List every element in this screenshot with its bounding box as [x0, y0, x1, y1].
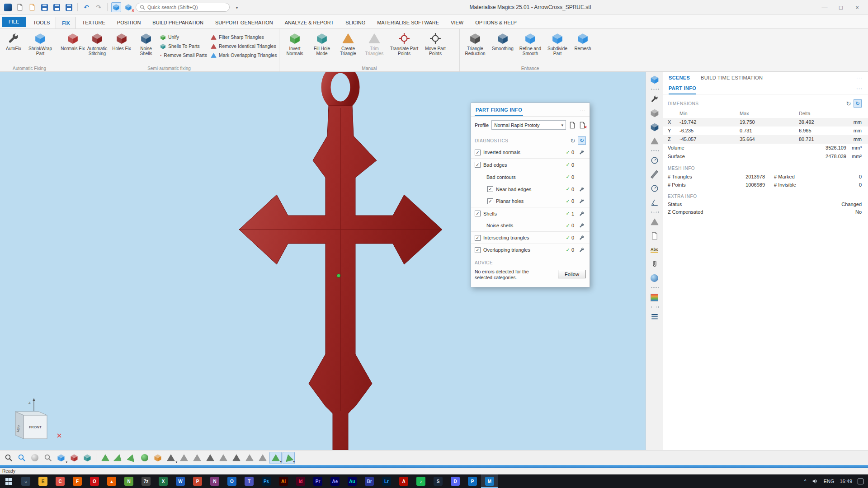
unmark-triangle-icon[interactable] [178, 452, 190, 464]
taskbar-app-steam[interactable]: S [429, 474, 447, 488]
quick-search-box[interactable] [136, 3, 230, 12]
normals-fix-button[interactable]: Normals Fix [61, 30, 85, 63]
language-indicator[interactable]: ENG [824, 479, 835, 484]
attachment-clip-icon[interactable] [649, 258, 660, 269]
remove-small-parts-button[interactable]: Remove Small Parts [158, 51, 209, 59]
tab-analyze-report[interactable]: ANALYZE & REPORT [279, 17, 340, 28]
taskbar-app-after-effects[interactable]: Ae [326, 474, 344, 488]
invert-normals-button[interactable]: Invert Normals [281, 30, 309, 63]
mark-triangle-icon[interactable] [99, 452, 111, 464]
smoothing-button[interactable]: Smoothing [489, 30, 516, 63]
mark-cusps-active-icon[interactable]: ▾ [283, 452, 295, 464]
tab-slicing[interactable]: SLICING [340, 17, 371, 28]
toolbox-wrench-icon[interactable] [649, 94, 660, 104]
shrinkwrap-part-button[interactable]: ShrinkWrap Part [26, 30, 55, 63]
taskbar-app-acrobat[interactable]: A [395, 474, 412, 488]
report-page-icon[interactable] [649, 230, 660, 241]
undo-button[interactable]: ↶ [81, 2, 91, 12]
tab-part-info[interactable]: PART INFO [669, 83, 696, 94]
taskbar-app-file-explorer[interactable]: E [34, 474, 52, 488]
new-project-icon[interactable] [15, 2, 25, 12]
fix-wrench-button[interactable] [578, 223, 586, 228]
unify-button[interactable]: Unify [158, 33, 209, 41]
close-button[interactable]: × [849, 1, 865, 13]
minimize-button[interactable]: — [816, 1, 833, 13]
mark-overlapping-triangles-button[interactable]: Mark Overlapping Triangles [209, 51, 280, 59]
remove-identical-triangles-button[interactable]: Remove Identical Triangles [209, 42, 280, 50]
mark-surface-icon[interactable] [125, 452, 137, 464]
maximize-button[interactable]: □ [833, 1, 849, 13]
save-profile-icon[interactable] [569, 122, 576, 129]
taskbar-app-chrome[interactable]: C [52, 474, 69, 488]
taskbar-app-7zip[interactable]: 7z [137, 474, 155, 488]
customize-quick-access-button[interactable]: ▾ [232, 2, 242, 12]
measure-angle-icon[interactable] [649, 197, 660, 208]
mark-rect-plus-icon[interactable] [191, 452, 203, 464]
checkbox[interactable]: ✓ [475, 150, 481, 155]
mark-rect-minus-icon[interactable] [204, 452, 216, 464]
taskbar-app-teams[interactable]: T [241, 474, 258, 488]
open-project-icon[interactable] [27, 2, 37, 12]
holes-fix-button[interactable]: Holes Fix [109, 30, 134, 63]
fill-hole-mode-button[interactable]: Fill Hole Mode [309, 30, 335, 63]
taskbar-app-magics[interactable]: M [481, 474, 498, 488]
start-button[interactable] [0, 474, 17, 488]
auto-refresh-dimensions-toggle[interactable]: ↻ [854, 99, 862, 108]
refine-and-smooth-button[interactable]: Refine and Smooth [516, 30, 544, 63]
annotate-abc-icon[interactable]: Abc [649, 244, 660, 255]
mark-plane-icon[interactable] [112, 452, 124, 464]
save-all-icon[interactable] [64, 2, 74, 12]
panel-menu-button[interactable]: ··· [580, 107, 586, 113]
view-iso-icon[interactable] [81, 452, 93, 464]
save-icon[interactable] [39, 2, 49, 12]
subdivide-part-button[interactable]: Subdivide Part [544, 30, 571, 63]
support-pyramid-icon[interactable] [649, 136, 660, 146]
orbit-ball-icon[interactable] [28, 452, 41, 464]
orientation-indicator[interactable]: FRONT LEFT Z [15, 398, 61, 439]
tab-fix[interactable]: FIX [56, 17, 76, 28]
filter-sharp-triangles-button[interactable]: Filter Sharp Triangles [209, 33, 280, 41]
taskbar-app-firefox[interactable]: F [69, 474, 86, 488]
view-front-icon[interactable] [68, 452, 80, 464]
report-polygon-icon[interactable] [649, 216, 660, 227]
checkbox[interactable]: ✓ [475, 211, 481, 216]
tab-support-generation[interactable]: SUPPORT GENERATION [209, 17, 279, 28]
taskbar-app-photoshop[interactable]: Ps [258, 474, 275, 488]
remesh-button[interactable]: Remesh [571, 30, 595, 63]
taskbar-app-onenote[interactable]: N [206, 474, 223, 488]
magics-logo-icon[interactable] [3, 2, 13, 12]
profile-select[interactable]: Normal Rapid Prototy ▾ [491, 120, 566, 130]
texture-sphere-icon[interactable] [649, 272, 660, 283]
translate-part-points-button[interactable]: Translate Part Points [387, 30, 421, 63]
redo-button[interactable]: ↷ [94, 2, 104, 12]
taskbar-app-vlc[interactable]: ▲ [103, 474, 120, 488]
mark-plane-active-icon[interactable]: ▾ [269, 452, 282, 464]
taskbar-app-search[interactable]: ○ [17, 474, 34, 488]
mark-grow-icon[interactable] [230, 452, 242, 464]
auto-refresh-toggle[interactable]: ↻ [578, 136, 586, 145]
scenes-menu-button[interactable]: ··· [856, 75, 863, 80]
taskbar-app-illustrator[interactable]: Ai [275, 474, 292, 488]
measure-diameter-icon[interactable] [649, 183, 660, 194]
mark-brush-icon[interactable]: ▾ [165, 452, 177, 464]
tab-build-time-estimation[interactable]: BUILD TIME ESTIMATION [701, 75, 763, 80]
taskbar-app-bridge[interactable]: Br [361, 474, 378, 488]
checkbox[interactable]: ✓ [487, 186, 493, 192]
tab-view[interactable]: VIEW [445, 17, 469, 28]
mark-shell-icon[interactable] [138, 452, 151, 464]
measure-ruler-icon[interactable] [649, 169, 660, 180]
noise-shells-button[interactable]: Noise Shells [134, 30, 158, 63]
clock[interactable]: 16:49 [840, 479, 852, 484]
action-center-icon[interactable] [858, 479, 863, 484]
3d-viewport[interactable]: FRONT LEFT Z PART FIXING INFO ··· Profil… [0, 72, 646, 450]
taskbar-app-powerpoint[interactable]: P [189, 474, 206, 488]
fix-wrench-button[interactable] [578, 211, 586, 216]
fix-wrench-button[interactable] [578, 150, 586, 155]
taskbar-app-spotify[interactable]: ♪ [412, 474, 429, 488]
zoom-icon[interactable] [2, 452, 14, 464]
mark-connected-icon[interactable] [217, 452, 229, 464]
search-input[interactable] [147, 5, 220, 10]
checkbox[interactable]: ✓ [475, 247, 481, 253]
show-part-toggle[interactable] [111, 2, 121, 12]
scenes-cube-icon[interactable] [649, 74, 660, 85]
